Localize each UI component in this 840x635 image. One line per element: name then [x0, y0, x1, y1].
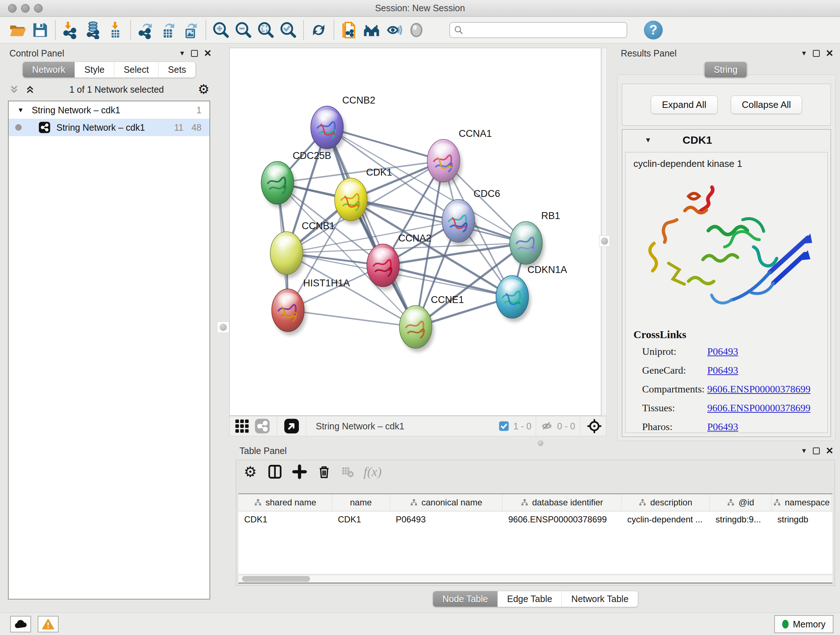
table-options-gear-icon[interactable]: ⚙ — [243, 464, 258, 479]
left-splitter-handle[interactable] — [217, 321, 229, 333]
tab-network-table[interactable]: Network Table — [562, 591, 638, 607]
export-table-button[interactable] — [157, 19, 180, 41]
node-CDC6[interactable]: CDC6 — [442, 188, 500, 246]
edge-CCNB2-CCNE1[interactable] — [327, 127, 416, 327]
tab-style[interactable]: Style — [75, 62, 114, 78]
tab-string[interactable]: String — [704, 62, 747, 78]
zoom-in-button[interactable] — [210, 19, 232, 41]
cloud-status-button[interactable] — [10, 616, 31, 632]
show-enrichment-button[interactable] — [383, 19, 405, 41]
section-expander-icon[interactable]: ▼ — [645, 136, 652, 144]
node-CCNE1[interactable]: CCNE1 — [399, 295, 464, 352]
import-network-from-database-button[interactable] — [82, 19, 104, 41]
network-row[interactable]: String Network – cdk1 11 48 — [9, 119, 210, 136]
column-header--id[interactable]: @id — [710, 494, 772, 511]
network-collection-row[interactable]: ▼ String Network – cdk1 1 — [9, 101, 210, 119]
column-header-database-identifier[interactable]: database identifier — [502, 494, 622, 511]
collapse-all-button[interactable]: Collapse All — [731, 96, 802, 114]
warning-status-button[interactable] — [38, 616, 58, 632]
node-CCNB1[interactable]: CCNB1 — [270, 220, 335, 278]
expand-all-button[interactable]: Expand All — [651, 96, 718, 114]
right-splitter-handle[interactable] — [599, 235, 610, 247]
close-panel-icon[interactable]: ✕ — [826, 446, 834, 455]
node-CDC25B[interactable]: CDC25B — [261, 150, 332, 208]
minimize-window-button[interactable] — [21, 4, 30, 13]
crosslink-link[interactable]: P06493 — [707, 364, 738, 376]
node-HIST1H1A[interactable]: HIST1H1A — [272, 278, 350, 335]
import-network-from-file-button[interactable] — [59, 19, 82, 41]
tab-node-table[interactable]: Node Table — [433, 591, 498, 607]
column-header-shared-name[interactable]: shared name — [238, 494, 332, 511]
gene-section-header[interactable]: ▼ CDK1 — [622, 130, 831, 150]
scrollbar-thumb[interactable] — [242, 576, 310, 582]
table-cell[interactable]: stringdb — [772, 511, 832, 528]
table-row[interactable]: CDK1CDK1P064939606.ENSP00000378699cyclin… — [238, 511, 832, 528]
table-horizontal-scrollbar[interactable] — [238, 575, 832, 583]
column-header-description[interactable]: description — [622, 494, 710, 511]
node-RB1[interactable]: RB1 — [510, 211, 561, 268]
float-menu-icon[interactable]: ▼ — [179, 50, 185, 57]
zoom-selected-button[interactable] — [277, 19, 300, 41]
tab-sets[interactable]: Sets — [158, 62, 195, 78]
selected-checkbox-icon[interactable] — [498, 420, 510, 432]
hidden-eye-icon[interactable] — [540, 420, 554, 432]
memory-button[interactable]: Memory — [774, 615, 834, 633]
float-window-icon[interactable] — [813, 448, 820, 454]
close-window-button[interactable] — [8, 4, 17, 13]
import-table-from-file-button[interactable] — [104, 19, 126, 41]
save-session-button[interactable] — [29, 19, 51, 41]
column-header-canonical-name[interactable]: canonical name — [390, 494, 502, 511]
help-button[interactable]: ? — [644, 21, 663, 40]
expand-all-icon[interactable] — [25, 84, 35, 95]
tab-select[interactable]: Select — [114, 62, 158, 78]
float-menu-icon[interactable]: ▼ — [801, 50, 807, 57]
node-CCNB2[interactable]: CCNB2 — [311, 95, 376, 152]
show-hide-results-button[interactable] — [405, 19, 428, 41]
function-builder-icon[interactable]: f(x) — [363, 464, 382, 479]
table-cell[interactable]: 9606.ENSP00000378699 — [502, 511, 622, 528]
open-session-button[interactable] — [6, 19, 29, 41]
home-button[interactable] — [360, 19, 383, 41]
collection-expander-icon[interactable]: ▼ — [17, 106, 24, 114]
grid-view-icon[interactable] — [234, 418, 250, 434]
table-cell[interactable]: stringdb:9... — [710, 511, 772, 528]
network-canvas[interactable]: CCNB2CCNA1CDC25BCDK1CDC6RB1CCNB1CCNA2CDK… — [229, 48, 601, 416]
float-window-icon[interactable] — [813, 50, 820, 57]
crosshair-icon[interactable] — [586, 418, 602, 434]
crosslink-link[interactable]: 9606.ENSP00000378699 — [707, 383, 810, 395]
add-column-icon[interactable] — [292, 464, 307, 479]
zoom-out-button[interactable] — [232, 19, 255, 41]
apply-layout-button[interactable] — [308, 19, 330, 41]
delete-table-icon[interactable] — [341, 464, 354, 479]
crosslink-link[interactable]: P06493 — [707, 421, 738, 432]
search-input[interactable] — [464, 25, 623, 35]
column-header-namespace[interactable]: namespace — [772, 494, 832, 511]
network-options-gear-icon[interactable]: ⚙ — [198, 83, 210, 96]
float-menu-icon[interactable]: ▼ — [801, 447, 807, 455]
table-cell[interactable]: P06493 — [390, 511, 502, 528]
export-network-button[interactable] — [134, 19, 157, 41]
birds-eye-view-icon[interactable] — [284, 418, 300, 434]
zoom-window-button[interactable] — [34, 4, 43, 13]
show-columns-icon[interactable] — [267, 464, 283, 479]
tab-network[interactable]: Network — [23, 62, 75, 78]
close-panel-icon[interactable]: ✕ — [826, 49, 834, 58]
column-header-name[interactable]: name — [332, 494, 390, 511]
node-CCNA2[interactable]: CCNA2 — [367, 233, 431, 290]
crosslink-link[interactable]: 9606.ENSP00000378699 — [707, 402, 810, 414]
table-cell[interactable]: CDK1 — [238, 511, 332, 528]
delete-column-icon[interactable] — [317, 464, 332, 479]
export-image-button[interactable] — [180, 19, 202, 41]
table-cell[interactable]: CDK1 — [332, 511, 390, 528]
zoom-fit-button[interactable] — [255, 19, 277, 41]
close-panel-icon[interactable]: ✕ — [204, 49, 212, 58]
float-window-icon[interactable] — [191, 50, 198, 57]
network-view-share-icon[interactable] — [254, 418, 270, 434]
table-cell[interactable]: cyclin-dependent ... — [622, 511, 710, 528]
edge-HIST1H1A-CCNE1[interactable] — [288, 310, 416, 327]
tab-edge-table[interactable]: Edge Table — [498, 591, 562, 607]
string-document-button[interactable] — [338, 19, 360, 41]
collapse-all-icon[interactable] — [9, 84, 19, 95]
crosslink-link[interactable]: P06493 — [707, 346, 738, 357]
node-CDKN1A[interactable]: CDKN1A — [496, 264, 567, 322]
